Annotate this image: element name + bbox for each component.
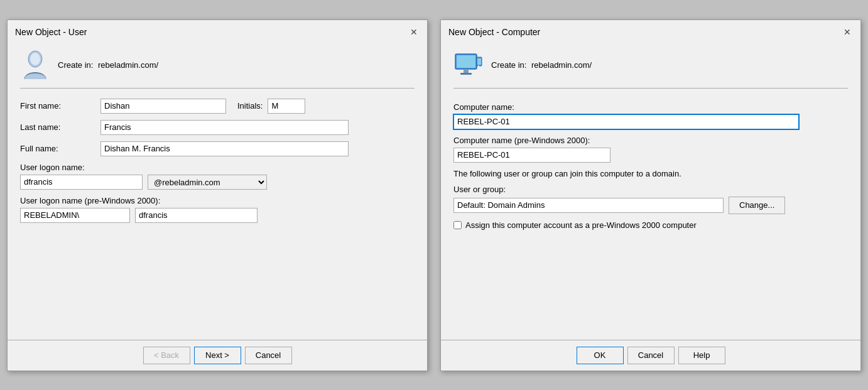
user-group-input[interactable] [453, 198, 724, 213]
computer-dialog-close-button[interactable]: ✕ [842, 26, 853, 38]
cancel-button[interactable]: Cancel [245, 347, 292, 364]
pre-windows-input[interactable] [453, 148, 610, 163]
computer-dialog: New Object - Computer ✕ [440, 19, 861, 371]
computer-cancel-button[interactable]: Cancel [627, 347, 675, 364]
computer-icon [453, 50, 484, 80]
user-icon [20, 50, 50, 80]
computer-name-row [453, 114, 848, 129]
user-dialog-body: Create in: rebeladmin.com/ First name: I… [8, 43, 427, 332]
user-create-in-label: Create in: [58, 60, 93, 70]
logon-row: @rebeladmin.com [20, 175, 415, 190]
next-button[interactable]: Next > [194, 347, 241, 364]
firstname-input[interactable] [100, 99, 226, 114]
svg-point-1 [30, 53, 40, 65]
user-header-section: Create in: rebeladmin.com/ [20, 50, 415, 89]
lastname-row: Last name: [20, 120, 415, 135]
computer-name-section-label: Computer name: [453, 102, 848, 112]
fullname-label: Full name: [20, 144, 95, 153]
checkbox-label: Assign this computer account as a pre-Wi… [465, 220, 697, 230]
initials-input[interactable] [268, 99, 305, 114]
svg-rect-4 [464, 69, 469, 73]
user-group-section-label: User or group: [453, 185, 848, 194]
pre-win2000-checkbox[interactable] [453, 221, 462, 229]
user-dialog-titlebar: New Object - User ✕ [8, 20, 427, 43]
user-group-row: Change... [453, 197, 848, 214]
lastname-label: Last name: [20, 122, 95, 132]
computer-form: Computer name: Computer name (pre-Window… [453, 99, 848, 332]
computer-create-in-label: Create in: [491, 60, 526, 70]
user-create-in: Create in: rebeladmin.com/ [58, 60, 158, 70]
close-icon: ✕ [844, 27, 851, 37]
logon-suffix-input[interactable] [135, 208, 258, 223]
user-dialog-footer: < Back Next > Cancel [8, 340, 427, 371]
fullname-row: Full name: [20, 141, 415, 156]
firstname-label: First name: [20, 101, 95, 111]
svg-point-8 [478, 65, 479, 67]
firstname-row: First name: Initials: [20, 99, 415, 114]
domain-prefix-input[interactable] [20, 208, 130, 223]
pre-win2000-computer-row [453, 148, 848, 163]
computer-header-section: Create in: rebeladmin.com/ [453, 50, 848, 89]
user-form: First name: Initials: Last name: Full na… [20, 99, 415, 332]
computer-create-in: Create in: rebeladmin.com/ [491, 60, 592, 70]
user-dialog-close-button[interactable]: ✕ [408, 26, 420, 38]
computer-dialog-titlebar: New Object - Computer ✕ [441, 20, 860, 43]
user-create-in-value: rebeladmin.com/ [98, 60, 158, 70]
logon-input[interactable] [20, 175, 143, 190]
computer-dialog-footer: OK Cancel Help [441, 340, 860, 371]
svg-rect-5 [460, 73, 472, 75]
computer-dialog-title: New Object - Computer [448, 27, 540, 37]
fullname-input[interactable] [100, 141, 349, 156]
pre-win2000-label: User logon name (pre-Windows 2000): [20, 196, 415, 205]
user-dialog-title: New Object - User [15, 27, 87, 37]
initials-label: Initials: [237, 101, 263, 111]
help-button[interactable]: Help [678, 347, 725, 364]
computer-name-input[interactable] [453, 114, 799, 129]
user-dialog: New Object - User ✕ Create in: r [7, 19, 428, 371]
change-button[interactable]: Change... [729, 197, 785, 214]
pre-win2000-row [20, 208, 415, 223]
pre-win2000-computer-label: Computer name (pre-Windows 2000): [453, 136, 848, 145]
ok-button[interactable]: OK [577, 347, 624, 364]
checkbox-row: Assign this computer account as a pre-Wi… [453, 220, 848, 230]
svg-rect-7 [477, 58, 481, 65]
lastname-input[interactable] [100, 120, 349, 135]
info-text: The following user or group can join thi… [453, 169, 848, 178]
svg-rect-3 [457, 55, 475, 68]
logon-name-section-label: User logon name: [20, 163, 415, 172]
domain-select[interactable]: @rebeladmin.com [148, 175, 267, 190]
back-button[interactable]: < Back [143, 347, 190, 364]
computer-create-in-value: rebeladmin.com/ [531, 60, 592, 70]
computer-dialog-body: Create in: rebeladmin.com/ Computer name… [441, 43, 860, 332]
close-icon: ✕ [410, 27, 418, 37]
